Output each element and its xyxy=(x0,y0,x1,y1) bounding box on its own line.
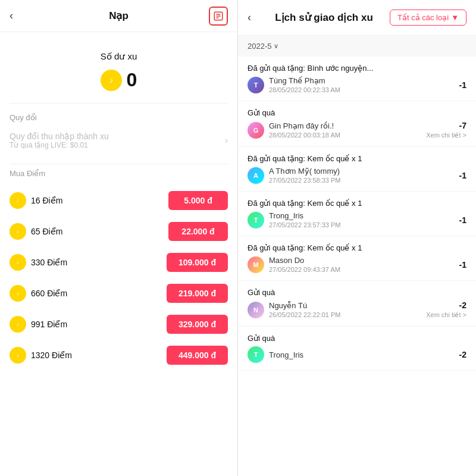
right-title: Lịch sử giao dịch xu xyxy=(258,11,390,24)
transaction-user-info: Trong_Iris 27/05/2022 23:57:33 PM xyxy=(269,211,459,228)
transaction-row: T Trong_Iris 27/05/2022 23:57:33 PM -1 xyxy=(248,211,466,228)
quy-doi-text: Quy đổi thu nhập thành xu Từ quà tặng LI… xyxy=(10,131,225,149)
package-item: ♪ 660 Điểm 219.000 đ xyxy=(0,278,237,309)
transaction-title: Gửi quà xyxy=(248,108,466,117)
svg-text:♪: ♪ xyxy=(17,352,19,358)
package-coin-icon: ♪ xyxy=(10,223,26,240)
package-left: ♪ 1320 Điểm xyxy=(10,347,72,364)
transaction-item: Đã gửi quà tặng: Bình ước nguyện... T Tù… xyxy=(238,57,476,101)
transaction-username: Mason Do xyxy=(269,256,459,265)
package-item: ♪ 16 Điểm 5.000 đ xyxy=(0,185,237,216)
transaction-row: A A Thơm Mỹ( tommy) 27/05/2022 23:58:33 … xyxy=(248,167,466,184)
transaction-title: Đã gửi quà tặng: Kem ốc quế x 1 xyxy=(248,154,466,163)
svg-text:♪: ♪ xyxy=(17,290,19,296)
transaction-user-row: N Nguyễn Tú 26/05/2022 22:22:01 PM xyxy=(248,301,426,318)
transaction-date: 27/05/2022 23:57:33 PM xyxy=(269,221,459,228)
transaction-amount: -7 xyxy=(426,121,466,130)
filter-button[interactable]: Tất cả các loại ▼ xyxy=(390,10,466,26)
transaction-amount: -2 xyxy=(459,350,466,359)
package-name: 991 Điểm xyxy=(31,320,67,329)
package-left: ♪ 991 Điểm xyxy=(10,316,67,333)
package-item: ♪ 65 Điểm 22.000 đ xyxy=(0,216,237,247)
left-back-button[interactable]: ‹ xyxy=(10,10,13,22)
package-price-button[interactable]: 5.000 đ xyxy=(168,191,228,210)
filter-arrow-icon: ▼ xyxy=(451,13,459,22)
transaction-right: -1 xyxy=(459,171,466,180)
transaction-date: 28/05/2022 00:22:33 AM xyxy=(269,86,459,93)
package-item: ♪ 1320 Điểm 449.000 đ xyxy=(0,340,237,371)
month-arrow-icon: ∨ xyxy=(274,42,278,50)
transaction-title: Đã gửi quà tặng: Kem ốc quế x 1 xyxy=(248,243,466,252)
transaction-date: 28/05/2022 00:03:18 AM xyxy=(269,131,426,139)
month-label: 2022-5 xyxy=(248,42,271,51)
transaction-title: Gửi quà xyxy=(248,334,466,343)
transaction-detail-link[interactable]: Xem chi tiết > xyxy=(426,131,466,139)
package-name: 1320 Điểm xyxy=(31,350,72,360)
transaction-right: -1 xyxy=(459,80,466,90)
transaction-right: -2 Xem chi tiết > xyxy=(426,300,466,319)
transaction-username: Tùng Thế Phạm xyxy=(269,76,459,85)
transaction-avatar: T xyxy=(248,346,264,363)
transaction-item: Đã gửi quà tặng: Kem ốc quế x 1 T Trong_… xyxy=(238,192,476,236)
transaction-user-row: T Trong_Iris 27/05/2022 23:57:33 PM xyxy=(248,211,459,228)
package-price-button[interactable]: 219.000 đ xyxy=(167,284,228,303)
quy-doi-item[interactable]: Quy đổi thu nhập thành xu Từ quà tặng LI… xyxy=(10,127,228,154)
package-left: ♪ 65 Điểm xyxy=(10,223,62,240)
quy-doi-sub: Từ quà tặng LIVE: $0.01 xyxy=(10,141,225,149)
transaction-title: Đã gửi quà tặng: Bình ước nguyện... xyxy=(248,64,466,73)
quy-doi-label: Quy đổi xyxy=(10,113,228,122)
transactions-list: Đã gửi quà tặng: Bình ước nguyện... T Tù… xyxy=(238,57,476,371)
month-row[interactable]: 2022-5 ∨ xyxy=(238,36,476,57)
svg-text:♪: ♪ xyxy=(17,259,19,265)
package-price-button[interactable]: 22.000 đ xyxy=(168,222,228,241)
package-coin-icon: ♪ xyxy=(10,192,26,209)
history-icon-button[interactable] xyxy=(209,7,228,26)
left-title: Nạp xyxy=(109,10,129,22)
balance-label: Số dư xu xyxy=(10,51,228,62)
balance-value: 0 xyxy=(127,69,137,91)
transaction-title: Gửi quà xyxy=(248,288,466,297)
transaction-amount: -2 xyxy=(426,300,466,310)
package-name: 65 Điểm xyxy=(31,227,62,236)
package-name: 330 Điểm xyxy=(31,258,67,267)
transaction-user-info: Mason Do 27/05/2022 09:43:37 AM xyxy=(269,256,459,273)
package-left: ♪ 330 Điểm xyxy=(10,254,67,271)
package-item: ♪ 330 Điểm 109.000 đ xyxy=(0,247,237,278)
transaction-user-info: Nguyễn Tú 26/05/2022 22:22:01 PM xyxy=(269,301,426,318)
quy-doi-section: Quy đổi Quy đổi thu nhập thành xu Từ quà… xyxy=(0,104,237,164)
package-price-button[interactable]: 109.000 đ xyxy=(167,253,228,272)
coin-icon: ♪ xyxy=(101,70,122,91)
transaction-username: Trong_Iris xyxy=(269,350,459,359)
transaction-row: T Trong_Iris -2 xyxy=(248,346,466,363)
transaction-avatar: N xyxy=(248,302,264,318)
package-left: ♪ 660 Điểm xyxy=(10,285,67,302)
package-price-button[interactable]: 449.000 đ xyxy=(167,346,228,365)
svg-text:♪: ♪ xyxy=(17,228,19,234)
transaction-row: T Tùng Thế Phạm 28/05/2022 00:22:33 AM -… xyxy=(248,76,466,93)
transaction-amount: -1 xyxy=(459,260,466,270)
transaction-item: Gửi quà G Gin Phạm đây rồi.! 28/05/2022 … xyxy=(238,101,476,147)
left-header: ‹ Nạp xyxy=(0,0,237,32)
transaction-date: 27/05/2022 09:43:37 AM xyxy=(269,266,459,273)
transaction-amount: -1 xyxy=(459,171,466,180)
transaction-title: Đã gửi quà tặng: Kem ốc quế x 1 xyxy=(248,199,466,208)
package-coin-icon: ♪ xyxy=(10,254,26,271)
transaction-user-info: Gin Phạm đây rồi.! 28/05/2022 00:03:18 A… xyxy=(269,121,426,139)
transaction-user-row: T Tùng Thế Phạm 28/05/2022 00:22:33 AM xyxy=(248,76,459,93)
transaction-user-row: M Mason Do 27/05/2022 09:43:37 AM xyxy=(248,256,459,273)
quy-doi-main: Quy đổi thu nhập thành xu xyxy=(10,131,225,141)
package-price-button[interactable]: 329.000 đ xyxy=(167,315,228,334)
transaction-avatar: T xyxy=(248,212,264,228)
transaction-right: -2 xyxy=(459,350,466,359)
package-coin-icon: ♪ xyxy=(10,285,26,302)
package-item: ♪ 991 Điểm 329.000 đ xyxy=(0,309,237,340)
transaction-username: A Thơm Mỹ( tommy) xyxy=(269,167,459,176)
transaction-detail-link[interactable]: Xem chi tiết > xyxy=(426,311,466,319)
svg-text:♪: ♪ xyxy=(17,321,19,327)
transaction-right: -1 xyxy=(459,260,466,270)
right-back-button[interactable]: ‹ xyxy=(248,11,251,24)
transaction-date: 27/05/2022 23:58:33 PM xyxy=(269,177,459,184)
transaction-amount: -1 xyxy=(459,80,466,90)
package-name: 16 Điểm xyxy=(31,196,62,205)
transaction-username: Trong_Iris xyxy=(269,211,459,220)
